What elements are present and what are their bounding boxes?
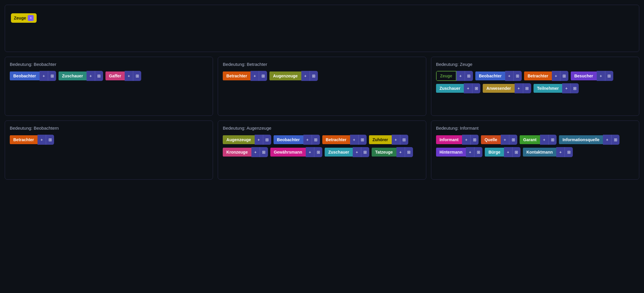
word-add-button[interactable]: + (464, 83, 472, 93)
word-add-button[interactable]: + (38, 135, 46, 145)
word-quelle: Quelle+⊞ (481, 135, 517, 145)
word-network-button[interactable]: ⊞ (361, 147, 369, 157)
word-actions: +⊞ (353, 147, 369, 157)
word-tatzeuge: Tatzeuge+⊞ (372, 147, 413, 157)
word-network-button[interactable]: ⊞ (611, 135, 619, 145)
word-network-button[interactable]: ⊞ (312, 135, 320, 145)
word-network-button[interactable]: ⊞ (48, 71, 56, 81)
word-network-button[interactable]: ⊞ (472, 83, 480, 93)
word-add-button[interactable]: + (462, 135, 470, 145)
word-actions: +⊞ (597, 71, 613, 81)
word-add-button[interactable]: + (466, 147, 474, 157)
word-network-button[interactable]: ⊞ (46, 135, 54, 145)
word-add-button[interactable]: + (603, 135, 611, 145)
word-add-button[interactable]: + (125, 71, 133, 81)
word-actions: +⊞ (251, 71, 267, 81)
word-actions: +⊞ (396, 147, 413, 157)
card-title-betrachter: Bedeutung: Betrachter (223, 62, 421, 67)
word-network-button[interactable]: ⊞ (513, 71, 522, 81)
tag-remove-button[interactable]: × (28, 15, 34, 21)
word-actions: +⊞ (255, 135, 271, 145)
word-network-button[interactable]: ⊞ (570, 83, 579, 93)
word-network-button[interactable]: ⊞ (260, 147, 268, 157)
word-label: Augenzeuge (223, 135, 254, 144)
word-label: Betrachter (524, 71, 552, 80)
word-add-button[interactable]: + (392, 135, 400, 145)
word-add-button[interactable]: + (552, 71, 560, 81)
word-add-button[interactable]: + (505, 71, 513, 81)
word-add-button[interactable]: + (504, 147, 512, 157)
words-grid-augenzeuge: Augenzeuge+⊞Beobachter+⊞Betrachter+⊞Zuhö… (223, 135, 421, 157)
tag-text: Zeuge (14, 16, 26, 20)
word-network-button[interactable]: ⊞ (565, 147, 573, 157)
word-actions: +⊞ (603, 135, 619, 145)
word-add-button[interactable]: + (87, 71, 95, 81)
word-augenzeuge: Augenzeuge+⊞ (269, 71, 318, 81)
word-label: Gaffer (105, 71, 125, 80)
word-zeuge: Zeuge+⊞ (436, 71, 473, 81)
word-add-button[interactable]: + (251, 147, 260, 157)
word-add-button[interactable]: + (251, 71, 259, 81)
word-zuhörer: Zuhörer+⊞ (369, 135, 408, 145)
word-actions: +⊞ (301, 71, 318, 81)
word-add-button[interactable]: + (515, 83, 523, 93)
word-add-button[interactable]: + (562, 83, 570, 93)
word-add-button[interactable]: + (255, 135, 263, 145)
word-actions: +⊞ (87, 71, 103, 81)
word-add-button[interactable]: + (303, 135, 312, 145)
word-label: Augenzeuge (269, 71, 301, 80)
word-network-button[interactable]: ⊞ (263, 135, 271, 145)
word-add-button[interactable]: + (540, 135, 548, 145)
word-label: Zuschauer (58, 71, 87, 80)
word-network-button[interactable]: ⊞ (465, 71, 473, 81)
word-add-button[interactable]: + (556, 147, 565, 157)
word-network-button[interactable]: ⊞ (560, 71, 568, 81)
word-add-button[interactable]: + (350, 135, 358, 145)
card-informant: Bedeutung: InformantInformant+⊞Quelle+⊞G… (431, 121, 639, 180)
zeuge-tag: Zeuge × (11, 13, 37, 23)
card-augenzeuge: Bedeutung: AugenzeugeAugenzeuge+⊞Beobach… (218, 121, 426, 180)
word-label: Zuschauer (325, 148, 353, 157)
word-add-button[interactable]: + (456, 71, 465, 81)
word-label: Besucher (571, 71, 597, 80)
word-add-button[interactable]: + (40, 71, 48, 81)
word-network-button[interactable]: ⊞ (400, 135, 408, 145)
word-network-button[interactable]: ⊞ (509, 135, 517, 145)
word-network-button[interactable]: ⊞ (405, 147, 413, 157)
word-actions: +⊞ (562, 83, 579, 93)
word-actions: +⊞ (552, 71, 568, 81)
word-network-button[interactable]: ⊞ (605, 71, 613, 81)
word-label: Informant (436, 135, 462, 144)
word-add-button[interactable]: + (306, 147, 314, 157)
word-network-button[interactable]: ⊞ (95, 71, 103, 81)
word-network-button[interactable]: ⊞ (512, 147, 521, 157)
word-beobachter: Beobachter+⊞ (10, 71, 56, 81)
word-label: Gewährsmann (270, 148, 306, 157)
word-label: Zuhörer (369, 135, 392, 144)
word-betrachter: Betrachter+⊞ (10, 135, 54, 145)
word-network-button[interactable]: ⊞ (470, 135, 479, 145)
word-actions: +⊞ (251, 147, 268, 157)
word-network-button[interactable]: ⊞ (358, 135, 367, 145)
word-add-button[interactable]: + (301, 71, 310, 81)
word-add-button[interactable]: + (597, 71, 605, 81)
word-network-button[interactable]: ⊞ (133, 71, 141, 81)
word-network-button[interactable]: ⊞ (523, 83, 531, 93)
word-network-button[interactable]: ⊞ (314, 147, 322, 157)
card-beobachter: Bedeutung: BeobachterBeobachter+⊞Zuschau… (5, 57, 213, 116)
card-zeuge: Bedeutung: ZeugeZeuge+⊞Beobachter+⊞Betra… (431, 57, 639, 116)
card-betrachter: Bedeutung: BetrachterBetrachter+⊞Augenze… (218, 57, 426, 116)
word-add-button[interactable]: + (353, 147, 361, 157)
word-label: Bürge (485, 148, 504, 157)
word-network-button[interactable]: ⊞ (474, 147, 482, 157)
word-network-button[interactable]: ⊞ (310, 71, 318, 81)
word-label: Kronzeuge (223, 148, 251, 157)
word-network-button[interactable]: ⊞ (548, 135, 557, 145)
word-network-button[interactable]: ⊞ (259, 71, 267, 81)
word-informationsquelle: Informationsquelle+⊞ (559, 135, 619, 145)
word-betrachter: Betrachter+⊞ (322, 135, 367, 145)
words-grid-zeuge: Zeuge+⊞Beobachter+⊞Betrachter+⊞Besucher+… (436, 71, 634, 93)
word-add-button[interactable]: + (501, 135, 509, 145)
word-actions: +⊞ (540, 135, 557, 145)
word-add-button[interactable]: + (396, 147, 405, 157)
